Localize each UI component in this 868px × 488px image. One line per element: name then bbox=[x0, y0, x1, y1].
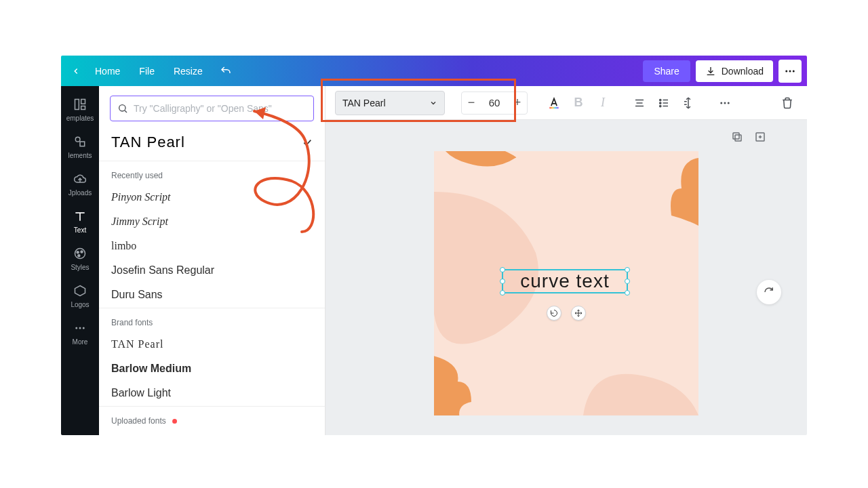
font-barlow-medium[interactable]: Barlow Medium bbox=[99, 357, 325, 382]
menu-file[interactable]: File bbox=[130, 66, 164, 77]
decrease-size-button[interactable]: − bbox=[462, 92, 481, 114]
undo-icon bbox=[220, 65, 232, 77]
side-rail: emplates lements Jploads Text Styles bbox=[61, 86, 99, 435]
resize-handle-e[interactable] bbox=[625, 279, 630, 284]
share-button[interactable]: Share bbox=[643, 60, 690, 82]
more-horizontal-icon bbox=[719, 97, 731, 109]
menu-resize[interactable]: Resize bbox=[164, 66, 212, 77]
font-limbo[interactable]: limbo bbox=[99, 235, 325, 259]
font-search[interactable] bbox=[110, 96, 314, 121]
svg-point-16 bbox=[119, 105, 125, 111]
rail-styles-label: Styles bbox=[71, 264, 89, 271]
templates-icon bbox=[73, 97, 87, 112]
more-button[interactable] bbox=[778, 60, 802, 83]
add-page-icon bbox=[754, 131, 766, 143]
back-button[interactable] bbox=[66, 62, 85, 81]
rail-styles[interactable]: Styles bbox=[61, 239, 99, 277]
rail-text[interactable]: Text bbox=[61, 202, 99, 239]
rail-templates[interactable]: emplates bbox=[61, 90, 99, 127]
svg-point-0 bbox=[785, 70, 787, 72]
svg-point-14 bbox=[79, 327, 81, 329]
section-brand-fonts: Brand fonts bbox=[99, 308, 325, 333]
svg-point-26 bbox=[660, 105, 661, 106]
rail-uploads[interactable]: Jploads bbox=[61, 165, 99, 202]
italic-button[interactable]: I bbox=[593, 93, 613, 113]
spacing-button[interactable] bbox=[678, 93, 698, 113]
uploaded-fonts-label: Uploaded fonts bbox=[111, 416, 166, 426]
undo-button[interactable] bbox=[216, 65, 235, 77]
font-size-input[interactable] bbox=[481, 93, 508, 113]
canvas-page-tools bbox=[730, 129, 768, 144]
text-color-button[interactable] bbox=[544, 93, 564, 113]
svg-point-33 bbox=[728, 102, 730, 104]
bold-button[interactable]: B bbox=[568, 93, 589, 113]
svg-rect-7 bbox=[80, 142, 85, 146]
font-barlow-light[interactable]: Barlow Light bbox=[99, 382, 325, 406]
resize-handle-w[interactable] bbox=[500, 279, 505, 284]
font-pinyon-script[interactable]: Pinyon Script bbox=[99, 186, 325, 210]
svg-point-8 bbox=[75, 249, 85, 259]
rail-more-label: More bbox=[73, 338, 88, 346]
rail-elements-label: lements bbox=[68, 152, 92, 159]
rail-logos[interactable]: Logos bbox=[61, 277, 99, 314]
svg-rect-4 bbox=[81, 100, 85, 104]
align-icon bbox=[633, 97, 646, 109]
svg-point-6 bbox=[75, 137, 80, 142]
rail-elements[interactable]: lements bbox=[61, 127, 99, 165]
font-jimmy-script[interactable]: Jimmy Script bbox=[99, 210, 325, 235]
font-tan-pearl[interactable]: TAN Pearl bbox=[99, 333, 325, 357]
logos-icon bbox=[73, 283, 87, 298]
selected-text-element[interactable]: curve text bbox=[502, 269, 628, 293]
font-selector[interactable]: TAN Pearl bbox=[335, 91, 445, 115]
resize-handle-sw[interactable] bbox=[500, 290, 505, 296]
add-page-button[interactable] bbox=[753, 129, 768, 144]
spacing-icon bbox=[682, 97, 694, 109]
download-button[interactable]: Download bbox=[696, 60, 773, 82]
current-font-row[interactable]: TAN Pearl bbox=[99, 128, 325, 161]
delete-button[interactable] bbox=[777, 93, 797, 113]
svg-point-31 bbox=[720, 102, 722, 104]
rail-text-label: Text bbox=[74, 226, 86, 234]
download-icon bbox=[705, 66, 716, 77]
elements-icon bbox=[73, 134, 87, 149]
svg-rect-34 bbox=[735, 135, 741, 141]
resize-handle-nw[interactable] bbox=[500, 267, 505, 272]
font-josefin-sans[interactable]: Josefin Sans Regular bbox=[99, 259, 325, 283]
font-duru-sans[interactable]: Duru Sans bbox=[99, 283, 325, 308]
svg-marker-12 bbox=[75, 286, 85, 296]
menu-home[interactable]: Home bbox=[85, 66, 130, 77]
svg-point-10 bbox=[81, 251, 83, 253]
top-bar: Home File Resize Share Download bbox=[61, 56, 807, 86]
rotate-icon bbox=[550, 309, 558, 317]
rail-more[interactable]: More bbox=[61, 314, 99, 351]
rail-logos-label: Logos bbox=[71, 301, 89, 308]
toolbar-more-button[interactable] bbox=[715, 93, 735, 113]
text-toolbar: TAN Pearl − + B I bbox=[326, 86, 807, 120]
floating-action-button[interactable] bbox=[757, 280, 781, 304]
font-panel: TAN Pearl Recently used Pinyon Script Ji… bbox=[99, 86, 326, 435]
font-search-input[interactable] bbox=[134, 103, 307, 114]
resize-handle-ne[interactable] bbox=[625, 267, 630, 272]
increase-size-button[interactable]: + bbox=[508, 92, 527, 114]
svg-point-9 bbox=[77, 251, 79, 253]
list-button[interactable] bbox=[654, 93, 674, 113]
svg-point-22 bbox=[660, 99, 661, 100]
uploads-icon bbox=[73, 171, 87, 186]
svg-point-32 bbox=[724, 102, 726, 104]
move-handle[interactable] bbox=[571, 306, 586, 321]
rail-templates-label: emplates bbox=[66, 115, 94, 122]
resize-handle-se[interactable] bbox=[625, 290, 630, 296]
download-label: Download bbox=[722, 66, 764, 77]
duplicate-page-button[interactable] bbox=[730, 129, 745, 144]
font-selector-value: TAN Pearl bbox=[342, 98, 386, 108]
svg-point-13 bbox=[75, 327, 77, 329]
svg-point-11 bbox=[78, 255, 80, 257]
font-size-control: − + bbox=[461, 92, 528, 115]
align-button[interactable] bbox=[629, 93, 650, 113]
app-window: Home File Resize Share Download emplates… bbox=[61, 56, 807, 435]
svg-point-1 bbox=[789, 70, 791, 72]
rotate-handle[interactable] bbox=[547, 306, 561, 321]
text-color-icon bbox=[547, 96, 561, 110]
design-canvas[interactable]: curve text bbox=[434, 151, 698, 415]
svg-rect-5 bbox=[81, 106, 85, 110]
